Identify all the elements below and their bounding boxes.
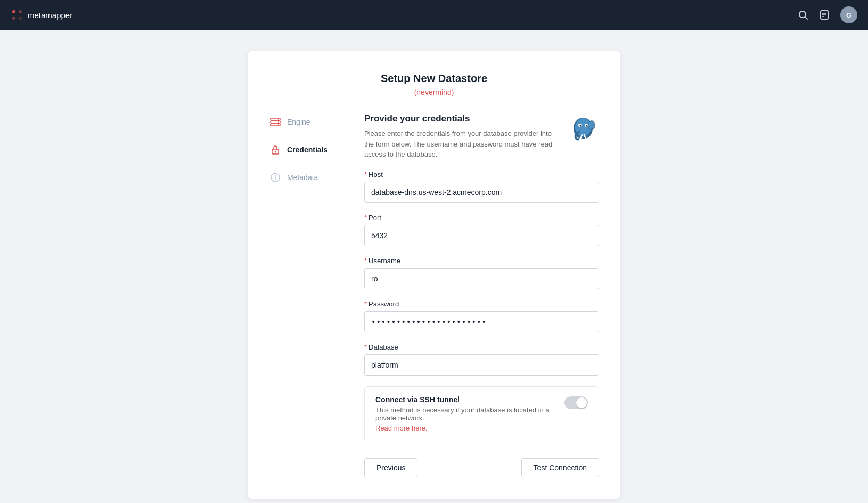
- svg-point-14: [278, 121, 279, 123]
- password-group: * Password: [364, 300, 599, 332]
- ssh-read-more-link[interactable]: Read more here.: [375, 424, 564, 432]
- form-area: Provide your credentials Please enter th…: [364, 113, 599, 477]
- credentials-icon: [269, 143, 282, 156]
- toggle-thumb: [576, 397, 587, 408]
- host-group: * Host: [364, 171, 599, 203]
- svg-point-17: [275, 151, 276, 153]
- metadata-icon: [269, 171, 282, 184]
- avatar[interactable]: G: [840, 6, 857, 23]
- step-engine[interactable]: Engine: [269, 116, 338, 128]
- sidebar-divider: [351, 113, 351, 477]
- database-label: * Database: [364, 343, 599, 351]
- port-group: * Port: [364, 214, 599, 246]
- form-header: Provide your credentials Please enter th…: [364, 113, 599, 160]
- test-connection-button[interactable]: Test Connection: [521, 458, 599, 477]
- engine-icon: [269, 116, 282, 128]
- username-input[interactable]: [364, 268, 599, 289]
- ssh-description: This method is necessary if your databas…: [375, 406, 564, 422]
- step-credentials[interactable]: Credentials: [269, 143, 338, 156]
- postgresql-icon: [567, 113, 599, 145]
- ssh-toggle[interactable]: [564, 396, 588, 409]
- db-logo: [567, 113, 599, 148]
- logo-icon: [11, 9, 23, 21]
- steps-sidebar: Engine Credentials: [269, 113, 338, 477]
- topnav: metamapper G: [0, 0, 868, 30]
- username-group: * Username: [364, 257, 599, 289]
- svg-point-2: [12, 17, 15, 20]
- setup-card: Setup New Datastore (nevermind): [248, 51, 620, 499]
- card-header: Setup New Datastore (nevermind): [269, 72, 599, 96]
- nevermind-link[interactable]: (nevermind): [269, 88, 599, 96]
- svg-point-13: [278, 119, 279, 120]
- previous-button[interactable]: Previous: [364, 458, 417, 477]
- card-footer: Previous Test Connection: [364, 456, 599, 477]
- svg-point-15: [278, 124, 279, 125]
- step-metadata-label: Metadata: [287, 173, 318, 182]
- password-input[interactable]: [364, 311, 599, 332]
- username-label: * Username: [364, 257, 599, 265]
- step-credentials-label: Credentials: [287, 145, 327, 154]
- app-logo[interactable]: metamapper: [11, 9, 72, 21]
- card-body: Engine Credentials: [269, 113, 599, 477]
- svg-line-5: [805, 17, 808, 20]
- svg-point-1: [19, 10, 22, 13]
- search-button[interactable]: [798, 10, 808, 20]
- password-label: * Password: [364, 300, 599, 308]
- toggle-track[interactable]: [564, 396, 588, 409]
- svg-point-3: [19, 17, 22, 20]
- svg-point-25: [580, 125, 582, 127]
- port-label: * Port: [364, 214, 599, 222]
- search-icon: [798, 10, 808, 20]
- form-title: Provide your credentials: [364, 113, 559, 124]
- svg-point-28: [588, 121, 594, 129]
- app-name: metamapper: [28, 11, 72, 20]
- port-input[interactable]: [364, 225, 599, 246]
- step-metadata[interactable]: Metadata: [269, 171, 338, 184]
- svg-point-20: [275, 175, 276, 176]
- host-label: * Host: [364, 171, 599, 179]
- ssh-title: Connect via SSH tunnel: [375, 395, 564, 404]
- host-input[interactable]: [364, 182, 599, 203]
- page-content: Setup New Datastore (nevermind): [0, 30, 868, 503]
- ssh-content: Connect via SSH tunnel This method is ne…: [375, 395, 564, 432]
- database-input[interactable]: [364, 354, 599, 376]
- card-title: Setup New Datastore: [269, 72, 599, 85]
- docs-button[interactable]: [819, 10, 830, 20]
- svg-point-0: [12, 10, 15, 13]
- ssh-tunnel-box: Connect via SSH tunnel This method is ne…: [364, 386, 599, 441]
- step-engine-label: Engine: [287, 118, 310, 126]
- form-description: Please enter the credentials from your d…: [364, 128, 559, 160]
- svg-point-26: [586, 125, 588, 127]
- database-group: * Database: [364, 343, 599, 376]
- topnav-actions: G: [798, 6, 857, 23]
- form-header-text: Provide your credentials Please enter th…: [364, 113, 559, 160]
- docs-icon: [819, 10, 830, 20]
